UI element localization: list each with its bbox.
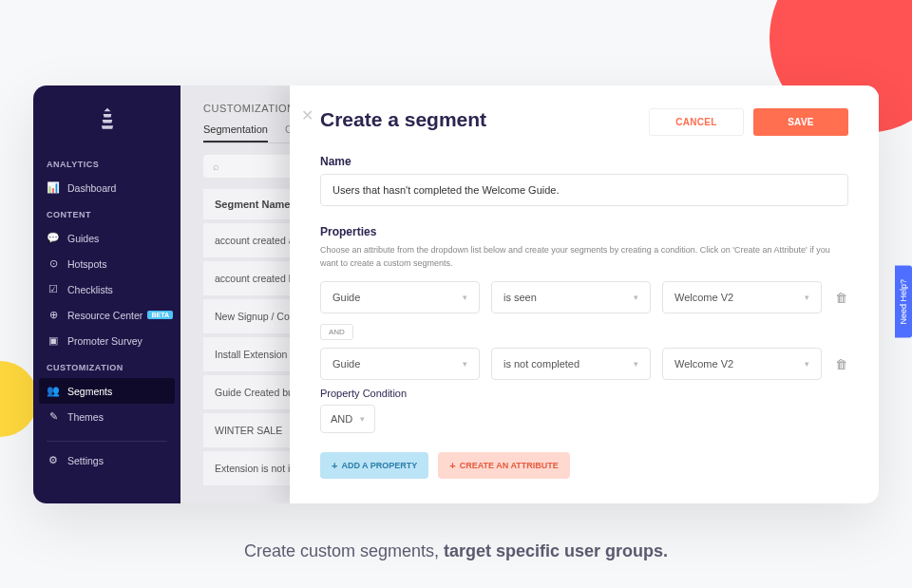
sidebar-item-label: Checklists (67, 284, 113, 295)
modal-header: Create a segment CANCEL SAVE (320, 108, 848, 136)
breadcrumb-parent: CUSTOMIZATION (203, 103, 295, 114)
delete-row-icon[interactable]: 🗑 (833, 291, 848, 305)
segment-name-input[interactable] (320, 174, 848, 206)
lighthouse-icon (94, 106, 121, 133)
condition-select[interactable]: AND▾ (320, 405, 375, 433)
create-segment-modal: ✕ Create a segment CANCEL SAVE Name Prop… (290, 85, 879, 503)
sidebar-item-dashboard[interactable]: 📊 Dashboard (33, 175, 180, 200)
sidebar-item-resource-center[interactable]: ⊕Resource CenterBETA (33, 302, 180, 328)
value-select[interactable]: Welcome V2▾ (662, 348, 822, 380)
content-area: CUSTOMIZATION | Se Segmentation Cus ⌕ Se… (180, 85, 879, 503)
sidebar: ANALYTICS 📊 Dashboard CONTENT 💬Guides ⊙H… (33, 85, 180, 503)
dashboard-icon: 📊 (47, 181, 60, 194)
beta-badge: BETA (147, 311, 173, 319)
operator-select[interactable]: is not completed▾ (491, 348, 651, 380)
property-row: Guide▾ is not completed▾ Welcome V2▾ 🗑 (320, 348, 848, 380)
sidebar-item-label: Promoter Survey (67, 335, 142, 347)
delete-row-icon[interactable]: 🗑 (833, 357, 848, 371)
chevron-down-icon: ▾ (634, 359, 638, 369)
operator-select[interactable]: is seen▾ (491, 281, 651, 313)
value-select[interactable]: Welcome V2▾ (662, 281, 822, 313)
caption: Create custom segments, target specific … (0, 541, 912, 561)
nav-section-content: CONTENT (33, 200, 180, 225)
attribute-select[interactable]: Guide▾ (320, 348, 480, 380)
themes-icon: ✎ (47, 410, 60, 423)
logo (33, 101, 180, 150)
sidebar-item-checklists[interactable]: ☑Checklists (33, 276, 180, 302)
plus-icon: + (332, 460, 337, 471)
segments-icon: 👥 (47, 385, 60, 397)
sidebar-item-label: Resource Center (67, 310, 142, 321)
sidebar-item-label: Hotspots (67, 258, 106, 270)
sidebar-item-label: Settings (67, 455, 104, 466)
promoter-survey-icon: ▣ (47, 334, 60, 347)
sidebar-item-settings[interactable]: ⚙Settings (33, 447, 180, 473)
caption-bold: target specific user groups. (444, 541, 668, 560)
sidebar-item-label: Dashboard (67, 182, 116, 194)
name-label: Name (320, 155, 848, 168)
condition-label: Property Condition (320, 388, 848, 399)
sidebar-item-guides[interactable]: 💬Guides (33, 225, 180, 251)
sidebar-item-promoter-survey[interactable]: ▣Promoter Survey (33, 328, 180, 353)
sidebar-item-segments[interactable]: 👥Segments (39, 378, 175, 404)
caption-light: Create custom segments, (244, 541, 444, 560)
chevron-down-icon: ▾ (805, 293, 809, 302)
connector-chip: AND (320, 324, 353, 340)
save-button[interactable]: SAVE (753, 108, 848, 136)
sidebar-item-themes[interactable]: ✎Themes (33, 404, 180, 429)
close-icon[interactable]: ✕ (301, 106, 314, 124)
properties-helper: Choose an attribute from the dropdown li… (320, 244, 848, 270)
modal-actions: CANCEL SAVE (649, 108, 848, 136)
attribute-select[interactable]: Guide▾ (320, 281, 480, 313)
guides-icon: 💬 (47, 232, 60, 244)
add-property-button[interactable]: +ADD A PROPERTY (320, 452, 428, 479)
create-attribute-button[interactable]: +CREATE AN ATTRIBUTE (438, 452, 569, 479)
property-row: Guide▾ is seen▾ Welcome V2▾ 🗑 (320, 281, 848, 313)
sidebar-item-label: Themes (67, 411, 104, 423)
settings-icon: ⚙ (47, 454, 60, 466)
help-tab[interactable]: Need Help? (895, 266, 912, 338)
app-window: ANALYTICS 📊 Dashboard CONTENT 💬Guides ⊙H… (33, 85, 879, 503)
cancel-button[interactable]: CANCEL (649, 108, 744, 136)
nav-section-analytics: ANALYTICS (33, 150, 180, 175)
property-actions: +ADD A PROPERTY +CREATE AN ATTRIBUTE (320, 452, 848, 479)
chevron-down-icon: ▾ (805, 359, 809, 369)
nav-section-customization: CUSTOMIZATION (33, 353, 180, 378)
modal-title: Create a segment (320, 108, 486, 131)
hotspots-icon: ⊙ (47, 257, 60, 270)
properties-label: Properties (320, 225, 848, 238)
chevron-down-icon: ▾ (463, 293, 467, 302)
plus-icon: + (449, 460, 455, 471)
sidebar-item-label: Guides (67, 233, 99, 244)
nav-divider (47, 441, 167, 442)
chevron-down-icon: ▾ (463, 359, 467, 369)
chevron-down-icon: ▾ (634, 293, 638, 302)
sidebar-item-label: Segments (67, 386, 112, 397)
checklists-icon: ☑ (47, 283, 60, 295)
decorative-circle-yellow (0, 361, 38, 437)
tab-segmentation[interactable]: Segmentation (203, 123, 268, 142)
chevron-down-icon: ▾ (360, 414, 365, 424)
resource-center-icon: ⊕ (47, 309, 60, 321)
sidebar-item-hotspots[interactable]: ⊙Hotspots (33, 251, 180, 276)
